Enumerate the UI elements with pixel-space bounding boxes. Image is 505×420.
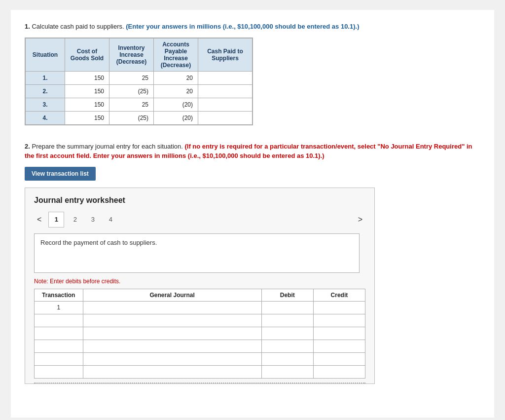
credit-cell[interactable] xyxy=(313,365,365,378)
col-header-cogs: Cost of Goods Sold xyxy=(65,38,109,71)
debit-cell[interactable] xyxy=(261,340,313,352)
trx-num-cell xyxy=(35,327,83,340)
general-journal-cell[interactable] xyxy=(83,340,261,352)
cash-paid-input[interactable] xyxy=(198,98,252,111)
general-journal-input[interactable] xyxy=(83,340,261,352)
credit-input[interactable] xyxy=(314,353,365,365)
question1-label: 1. Calculate cash paid to suppliers. (En… xyxy=(25,22,480,32)
debit-input[interactable] xyxy=(262,302,313,314)
credit-input[interactable] xyxy=(314,314,365,327)
cogs-cell: 150 xyxy=(65,98,109,111)
cash-paid-cell[interactable] xyxy=(198,111,252,124)
table-row: 1 xyxy=(35,301,365,314)
page-1-active[interactable]: 1 xyxy=(48,212,64,228)
inventory-cell: 25 xyxy=(109,71,154,84)
general-journal-cell[interactable] xyxy=(83,352,261,365)
credit-input[interactable] xyxy=(314,302,365,314)
question1-block: 1. Calculate cash paid to suppliers. (En… xyxy=(25,22,480,127)
debit-cell[interactable] xyxy=(261,327,313,340)
inventory-cell: (25) xyxy=(109,84,154,98)
debit-input[interactable] xyxy=(262,340,313,352)
credit-input[interactable] xyxy=(314,340,365,352)
debit-input[interactable] xyxy=(262,366,313,378)
table-row: 4.150(25)(20) xyxy=(26,111,252,124)
trx-num-cell xyxy=(35,352,83,365)
debit-cell[interactable] xyxy=(261,314,313,327)
journal-col-debit: Debit xyxy=(261,289,313,301)
cash-paid-input[interactable] xyxy=(198,112,252,124)
next-page-button[interactable]: > xyxy=(355,214,365,225)
debit-input[interactable] xyxy=(262,327,313,340)
prev-page-button[interactable]: < xyxy=(34,214,44,225)
q1-prefix: 1. xyxy=(25,23,30,30)
description-box: Record the payment of cash to suppliers. xyxy=(34,233,360,273)
cash-paid-cell[interactable] xyxy=(198,71,252,84)
credit-cell[interactable] xyxy=(313,352,365,365)
journal-worksheet: Journal entry worksheet < 1 2 3 4 > Reco… xyxy=(25,188,375,384)
question2-block: 2. Prepare the summary journal entry for… xyxy=(25,142,480,384)
credit-cell[interactable] xyxy=(313,301,365,314)
general-journal-cell[interactable] xyxy=(83,314,261,327)
debit-input[interactable] xyxy=(262,353,313,365)
credit-cell[interactable] xyxy=(313,327,365,340)
q1-table: Situation Cost of Goods Sold Inventory I… xyxy=(25,38,252,125)
general-journal-cell[interactable] xyxy=(83,365,261,378)
debit-cell[interactable] xyxy=(261,301,313,314)
dotted-separator xyxy=(34,381,365,383)
debit-cell[interactable] xyxy=(261,352,313,365)
general-journal-cell[interactable] xyxy=(83,327,261,340)
table-row xyxy=(35,340,365,352)
general-journal-input[interactable] xyxy=(83,366,261,378)
ap-cell: 20 xyxy=(154,71,198,84)
description-text: Record the payment of cash to suppliers. xyxy=(40,239,157,246)
table-row xyxy=(35,327,365,340)
debit-cell[interactable] xyxy=(261,365,313,378)
credit-input[interactable] xyxy=(314,327,365,340)
col-header-inv: Inventory Increase (Decrease) xyxy=(109,38,154,71)
cogs-cell: 150 xyxy=(65,84,109,98)
question2-label: 2. Prepare the summary journal entry for… xyxy=(25,142,480,161)
credit-cell[interactable] xyxy=(313,340,365,352)
general-journal-cell[interactable] xyxy=(83,301,261,314)
table-row xyxy=(35,365,365,378)
situation-cell: 2. xyxy=(26,84,65,98)
table-row: 2.150(25)20 xyxy=(26,84,252,98)
credit-cell[interactable] xyxy=(313,314,365,327)
page-3-button[interactable]: 3 xyxy=(86,213,100,227)
trx-num-cell xyxy=(35,340,83,352)
note-text: Note: Enter debits before credits. xyxy=(34,278,365,285)
general-journal-input[interactable] xyxy=(83,327,261,340)
general-journal-input[interactable] xyxy=(83,353,261,365)
cash-paid-input[interactable] xyxy=(198,85,252,98)
cash-paid-input[interactable] xyxy=(198,72,252,84)
cogs-cell: 150 xyxy=(65,111,109,124)
trx-num-cell xyxy=(35,365,83,378)
debit-input[interactable] xyxy=(262,314,313,327)
journal-col-gj: General Journal xyxy=(83,289,261,301)
col-header-situation: Situation xyxy=(26,38,65,71)
view-transaction-list-button[interactable]: View transaction list xyxy=(25,167,96,181)
table-row: 3.15025(20) xyxy=(26,98,252,111)
cogs-cell: 150 xyxy=(65,71,109,84)
page-container: 1. Calculate cash paid to suppliers. (En… xyxy=(11,10,494,418)
col-header-ap: Accounts Payable Increase (Decrease) xyxy=(154,38,198,71)
q2-text: Prepare the summary journal entry for ea… xyxy=(32,143,184,150)
journal-col-credit: Credit xyxy=(313,289,365,301)
cash-paid-cell[interactable] xyxy=(198,98,252,111)
col-header-cashpaid: Cash Paid to Suppliers xyxy=(198,38,252,71)
situation-cell: 3. xyxy=(26,98,65,111)
inventory-cell: (25) xyxy=(109,111,154,124)
q1-table-wrapper: Situation Cost of Goods Sold Inventory I… xyxy=(25,38,253,125)
trx-num-cell: 1 xyxy=(35,301,83,314)
general-journal-input[interactable] xyxy=(83,314,261,327)
journal-table: Transaction General Journal Debit Credit… xyxy=(34,289,365,379)
credit-input[interactable] xyxy=(314,366,365,378)
inventory-cell: 25 xyxy=(109,98,154,111)
q1-text: Calculate cash paid to suppliers. xyxy=(32,23,126,30)
page-2-button[interactable]: 2 xyxy=(68,213,82,227)
cash-paid-cell[interactable] xyxy=(198,84,252,98)
page-4-button[interactable]: 4 xyxy=(104,213,117,227)
q2-prefix: 2. xyxy=(25,143,30,150)
general-journal-input[interactable] xyxy=(83,302,261,314)
journal-col-trx: Transaction xyxy=(35,289,83,301)
